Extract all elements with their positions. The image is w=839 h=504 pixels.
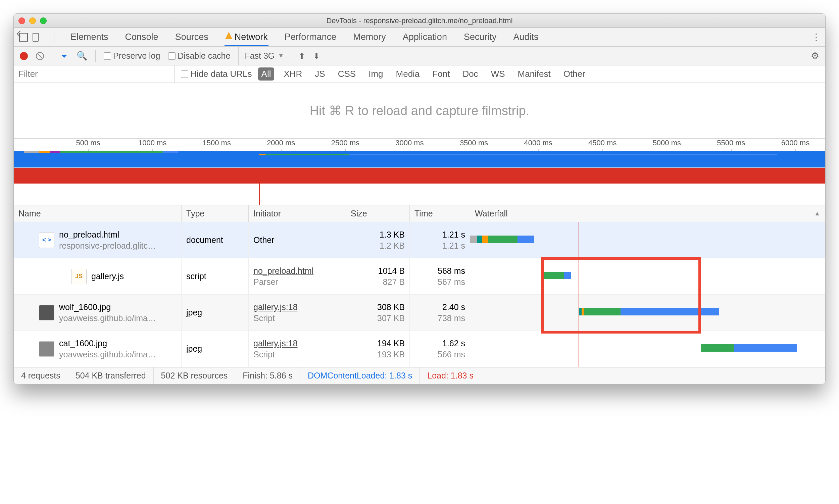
ruler-tick: 6000 ms (781, 139, 809, 147)
cell-type: script (182, 258, 249, 294)
hide-data-urls-checkbox[interactable]: Hide data URLs (175, 69, 258, 79)
status-bar: 4 requests 504 KB transferred 502 KB res… (14, 367, 825, 384)
cell-time: 1.62 s566 ms (410, 331, 470, 367)
filter-cat-font[interactable]: Font (429, 68, 453, 80)
cell-waterfall (470, 331, 825, 367)
status-load: Load: 1.83 s (420, 367, 481, 384)
load-line (578, 222, 579, 367)
ruler-tick: 2000 ms (267, 139, 295, 147)
wf-dns (477, 236, 482, 243)
tab-security[interactable]: Security (463, 28, 497, 46)
cell-size: 1014 B827 B (346, 258, 410, 294)
request-name: gallery.js (91, 271, 124, 281)
clear-button[interactable] (36, 52, 44, 60)
col-time[interactable]: Time (410, 205, 470, 222)
tab-audits[interactable]: Audits (513, 28, 539, 46)
cell-waterfall (470, 258, 825, 294)
filter-input[interactable] (14, 66, 175, 83)
warning-icon (225, 32, 233, 39)
filter-cat-media[interactable]: Media (393, 68, 423, 80)
filter-cat-js[interactable]: JS (311, 68, 328, 80)
request-domain: yoavweiss.github.io/ima… (59, 350, 156, 359)
tab-sources[interactable]: Sources (175, 28, 209, 46)
download-icon[interactable]: ⬇ (313, 51, 320, 61)
cell-type: document (182, 222, 249, 258)
record-button[interactable] (20, 52, 28, 60)
wf-download (621, 308, 719, 316)
cell-size: 308 KB307 KB (346, 294, 410, 330)
table-row[interactable]: cat_1600.jpgyoavweiss.github.io/ima…jpeg… (14, 331, 825, 367)
filter-cat-other[interactable]: Other (560, 68, 589, 80)
request-domain: responsive-preload.glitc… (59, 241, 156, 251)
gear-icon[interactable]: ⚙ (811, 50, 819, 61)
load-line (259, 168, 260, 205)
throttling-select[interactable]: Fast 3G ▼ (238, 47, 290, 65)
cell-initiator: gallery.js:18Script (249, 294, 346, 330)
preserve-log-checkbox[interactable]: Preserve log (104, 51, 160, 61)
filter-bar: Hide data URLs AllXHRJSCSSImgMediaFontDo… (14, 66, 825, 83)
request-name: no_preload.html (59, 230, 156, 239)
filter-cat-css[interactable]: CSS (335, 68, 359, 80)
col-initiator[interactable]: Initiator (249, 205, 346, 222)
filter-cat-doc[interactable]: Doc (459, 68, 481, 80)
initiator-link[interactable]: gallery.js:18 (253, 302, 341, 312)
filter-cat-xhr[interactable]: XHR (280, 68, 305, 80)
tab-elements[interactable]: Elements (70, 28, 109, 46)
wf-connect (582, 308, 584, 316)
cell-type: jpeg (182, 331, 249, 367)
status-resources: 502 KB resources (154, 367, 236, 384)
cell-time: 1.21 s1.21 s (410, 222, 470, 258)
devtools-window: DevTools - responsive-preload.glitch.me/… (14, 14, 825, 384)
upload-icon[interactable]: ⬆ (298, 51, 305, 61)
filter-cat-all[interactable]: All (258, 68, 274, 80)
wf-download (517, 236, 534, 243)
ruler-tick: 4500 ms (588, 139, 617, 147)
col-waterfall[interactable]: Waterfall▲ (470, 205, 825, 222)
col-name[interactable]: Name (14, 205, 182, 222)
col-type[interactable]: Type (182, 205, 249, 222)
device-toolbar-icon[interactable] (33, 33, 39, 42)
cell-size: 194 KB193 KB (346, 331, 410, 367)
table-row[interactable]: wolf_1600.jpgyoavweiss.github.io/ima…jpe… (14, 294, 825, 331)
col-size[interactable]: Size (346, 205, 410, 222)
wf-connect (482, 236, 488, 243)
filter-cat-img[interactable]: Img (365, 68, 386, 80)
request-name: wolf_1600.jpg (59, 302, 156, 312)
filter-cat-ws[interactable]: WS (488, 68, 508, 80)
ruler-tick: 5500 ms (717, 139, 745, 147)
tab-network[interactable]: Network (225, 28, 268, 46)
tab-memory[interactable]: Memory (352, 28, 387, 46)
wf-wait (701, 344, 734, 352)
cell-initiator: gallery.js:18Script (249, 331, 346, 367)
table-row[interactable]: JSgallery.jsscriptno_preload.htmlParser1… (14, 258, 825, 294)
tab-console[interactable]: Console (125, 28, 159, 46)
disable-cache-checkbox[interactable]: Disable cache (168, 51, 230, 61)
cell-time: 568 ms567 ms (410, 258, 470, 294)
ruler-tick: 5000 ms (653, 139, 681, 147)
cell-size: 1.3 KB1.2 KB (346, 222, 410, 258)
window-title: DevTools - responsive-preload.glitch.me/… (14, 16, 825, 25)
file-icon (39, 305, 54, 321)
filmstrip-hint: Hit ⌘ R to reload and capture filmstrip. (14, 83, 825, 139)
titlebar: DevTools - responsive-preload.glitch.me/… (14, 14, 825, 28)
tab-application[interactable]: Application (402, 28, 448, 46)
chevron-down-icon: ▼ (278, 52, 284, 59)
search-icon[interactable]: 🔍 (76, 51, 87, 61)
overview-ruler[interactable]: 500 ms1000 ms1500 ms2000 ms2500 ms3000 m… (14, 139, 825, 205)
more-icon[interactable]: ⋮ (811, 32, 820, 42)
tab-performance[interactable]: Performance (284, 28, 337, 46)
divider (54, 32, 54, 43)
status-transferred: 504 KB transferred (68, 367, 154, 384)
inspect-element-icon[interactable] (19, 33, 28, 42)
ruler-tick: 4000 ms (524, 139, 552, 147)
table-row[interactable]: < >no_preload.htmlresponsive-preload.gli… (14, 222, 825, 258)
status-finish: Finish: 5.86 s (235, 367, 300, 384)
network-toolbar: ⏷ 🔍 Preserve log Disable cache Fast 3G ▼… (14, 47, 825, 66)
filter-icon[interactable]: ⏷ (60, 51, 69, 61)
filter-cat-manifest[interactable]: Manifest (515, 68, 554, 80)
initiator-link[interactable]: gallery.js:18 (253, 339, 341, 348)
initiator-link[interactable]: no_preload.html (253, 266, 341, 276)
file-icon (39, 341, 54, 357)
wf-wait (584, 308, 621, 316)
request-domain: yoavweiss.github.io/ima… (59, 313, 156, 323)
